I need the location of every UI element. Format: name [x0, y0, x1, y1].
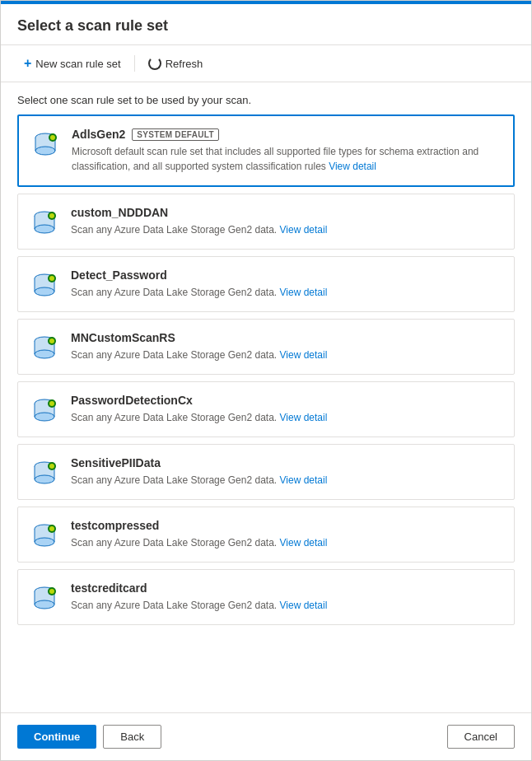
- cancel-button[interactable]: Cancel: [447, 725, 515, 749]
- content-area: Select one scan rule set to be used by y…: [1, 82, 531, 712]
- svg-point-6: [50, 135, 55, 140]
- rule-item[interactable]: testcompressedScan any Azure Data Lake S…: [17, 507, 515, 563]
- svg-point-41: [49, 464, 54, 469]
- svg-point-23: [35, 350, 54, 358]
- view-detail-link[interactable]: View detail: [280, 600, 328, 611]
- rule-icon: [30, 208, 59, 237]
- rule-item[interactable]: MNCustomScanRSScan any Azure Data Lake S…: [17, 319, 515, 375]
- view-detail-link[interactable]: View detail: [280, 412, 328, 423]
- svg-point-55: [49, 589, 54, 594]
- rule-name: MNCustomScanRS: [71, 331, 175, 344]
- footer-right: Cancel: [447, 725, 515, 749]
- rule-content: MNCustomScanRSScan any Azure Data Lake S…: [71, 331, 502, 362]
- view-detail-link[interactable]: View detail: [280, 474, 328, 486]
- view-detail-link[interactable]: View detail: [280, 287, 328, 298]
- rule-name: Detect_Password: [71, 268, 167, 282]
- rule-icon: [30, 333, 59, 362]
- description-text: Select one scan rule set to be used by y…: [1, 82, 531, 114]
- rule-item[interactable]: PasswordDetectionCxScan any Azure Data L…: [17, 381, 515, 437]
- rule-item[interactable]: SensitivePIIDataScan any Azure Data Lake…: [17, 444, 515, 500]
- svg-point-34: [49, 401, 54, 406]
- svg-point-44: [35, 538, 54, 546]
- rule-description: Scan any Azure Data Lake Storage Gen2 da…: [71, 473, 502, 488]
- rule-icon: [30, 129, 60, 159]
- view-detail-link[interactable]: View detail: [280, 349, 328, 361]
- panel-header: Select a scan rule set: [1, 4, 531, 45]
- svg-point-48: [49, 526, 54, 531]
- rule-name: testcompressed: [71, 519, 159, 532]
- refresh-label: Refresh: [166, 58, 203, 70]
- svg-point-9: [35, 225, 54, 233]
- rule-name: testcreditcard: [71, 581, 147, 595]
- refresh-button[interactable]: Refresh: [142, 54, 210, 73]
- rule-icon: [30, 458, 59, 488]
- svg-point-37: [35, 475, 54, 483]
- rule-item[interactable]: AdlsGen2SYSTEM DEFAULTMicrosoft default …: [17, 114, 515, 187]
- refresh-icon: [148, 57, 161, 70]
- rule-description: Scan any Azure Data Lake Storage Gen2 da…: [71, 285, 502, 300]
- rule-item[interactable]: testcreditcardScan any Azure Data Lake S…: [17, 569, 515, 625]
- svg-point-13: [49, 213, 54, 218]
- rule-icon: [30, 395, 59, 425]
- svg-point-30: [35, 413, 54, 421]
- rule-content: AdlsGen2SYSTEM DEFAULTMicrosoft default …: [72, 128, 502, 174]
- rule-content: Detect_PasswordScan any Azure Data Lake …: [71, 268, 502, 300]
- rule-description: Scan any Azure Data Lake Storage Gen2 da…: [71, 598, 502, 613]
- rule-description: Scan any Azure Data Lake Storage Gen2 da…: [71, 348, 502, 362]
- rule-content: custom_NDDDANScan any Azure Data Lake St…: [71, 206, 502, 237]
- rule-content: SensitivePIIDataScan any Azure Data Lake…: [71, 456, 502, 488]
- toolbar: + New scan rule set Refresh: [1, 45, 531, 82]
- continue-button[interactable]: Continue: [17, 725, 96, 749]
- rule-list: AdlsGen2SYSTEM DEFAULTMicrosoft default …: [1, 114, 531, 712]
- rule-icon: [30, 583, 59, 613]
- system-default-badge: SYSTEM DEFAULT: [132, 128, 218, 141]
- svg-point-20: [49, 276, 54, 281]
- view-detail-link[interactable]: View detail: [280, 537, 328, 549]
- view-detail-link[interactable]: View detail: [280, 224, 328, 236]
- rule-name: AdlsGen2: [72, 128, 125, 141]
- rule-name: custom_NDDDAN: [71, 206, 168, 219]
- rule-content: PasswordDetectionCxScan any Azure Data L…: [71, 394, 502, 425]
- rule-description: Scan any Azure Data Lake Storage Gen2 da…: [71, 410, 502, 425]
- rule-item[interactable]: Detect_PasswordScan any Azure Data Lake …: [17, 256, 515, 312]
- svg-point-16: [35, 287, 54, 296]
- panel-title: Select a scan rule set: [17, 17, 515, 35]
- view-detail-link[interactable]: View detail: [329, 161, 376, 172]
- plus-icon: +: [24, 57, 31, 70]
- svg-point-2: [35, 147, 55, 155]
- back-button[interactable]: Back: [103, 725, 161, 749]
- new-scan-rule-set-button[interactable]: + New scan rule set: [17, 54, 128, 73]
- rule-name: PasswordDetectionCx: [71, 394, 193, 407]
- rule-icon: [30, 521, 59, 550]
- svg-point-27: [49, 338, 54, 343]
- rule-description: Scan any Azure Data Lake Storage Gen2 da…: [71, 535, 502, 550]
- rule-description: Scan any Azure Data Lake Storage Gen2 da…: [71, 222, 502, 237]
- rule-content: testcompressedScan any Azure Data Lake S…: [71, 519, 502, 550]
- new-scan-rule-set-label: New scan rule set: [35, 58, 120, 70]
- svg-point-51: [35, 600, 54, 609]
- rule-description: Microsoft default scan rule set that inc…: [72, 144, 502, 174]
- rule-item[interactable]: custom_NDDDANScan any Azure Data Lake St…: [17, 194, 515, 250]
- rule-icon: [30, 270, 59, 300]
- rule-content: testcreditcardScan any Azure Data Lake S…: [71, 581, 502, 613]
- toolbar-separator: [134, 55, 135, 72]
- footer: Continue Back Cancel: [1, 712, 531, 760]
- rule-name: SensitivePIIData: [71, 456, 161, 469]
